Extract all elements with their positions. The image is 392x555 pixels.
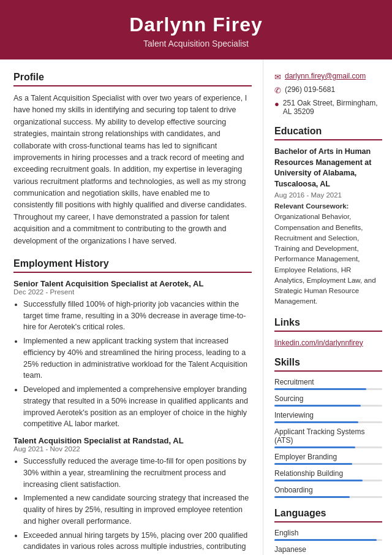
- email-icon: ✉: [274, 72, 281, 82]
- edu-coursework: Relevant Coursework: Organizational Beha…: [274, 201, 382, 307]
- right-column: ✉ darlynn.firey@gmail.com ✆ (296) 019-56…: [263, 59, 392, 555]
- job-title: Senior Talent Acquisition Specialist at …: [13, 279, 252, 288]
- languages-container: EnglishJapanese: [274, 529, 382, 556]
- lang-bar-fill: [274, 539, 377, 541]
- phone-icon: ✆: [274, 86, 281, 95]
- list-item: Exceeded annual hiring targets by 15%, p…: [23, 530, 252, 555]
- skill-item: Applicant Tracking Systems (ATS): [274, 427, 382, 448]
- coursework-text: Organizational Behavior, Compensation an…: [274, 213, 376, 305]
- languages-heading: Languages: [274, 508, 382, 519]
- skill-bar-bg: [274, 463, 382, 465]
- job-item: Talent Acquisition Specialist at Randsta…: [13, 436, 252, 555]
- location-icon: ●: [274, 99, 279, 109]
- links-heading: Links: [274, 317, 382, 328]
- employment-section: Employment History Senior Talent Acquisi…: [13, 258, 252, 555]
- resume-header: Darlynn Firey Talent Acquisition Special…: [0, 0, 392, 59]
- language-item: English: [274, 529, 382, 541]
- contact-address-item: ● 251 Oak Street, Birmingham, AL 35209: [274, 99, 382, 116]
- job-bullets: Successfully filled 100% of high-priorit…: [13, 299, 252, 430]
- language-item: Japanese: [274, 545, 382, 556]
- skill-label: Applicant Tracking Systems (ATS): [274, 427, 382, 445]
- list-item: Implemented a new applicant tracking sys…: [23, 335, 252, 381]
- lang-label: Japanese: [274, 545, 382, 554]
- skill-label: Recruitment: [274, 378, 382, 386]
- profile-divider: [13, 85, 252, 86]
- skill-bar-fill: [274, 463, 352, 465]
- list-item: Developed and implemented a comprehensiv…: [23, 384, 252, 430]
- links-container: linkedin.com/in/darlynnfirey: [274, 338, 382, 347]
- left-column: Profile As a Talent Acquisition Speciali…: [0, 59, 263, 555]
- skill-label: Employer Branding: [274, 453, 382, 461]
- job-item: Senior Talent Acquisition Specialist at …: [13, 279, 252, 430]
- skill-bar-fill: [274, 388, 366, 390]
- phone-text: (296) 019-5681: [285, 85, 335, 94]
- job-date: Aug 2021 - Nov 2022: [13, 445, 252, 453]
- skill-bar-fill: [274, 496, 350, 498]
- links-section: Links linkedin.com/in/darlynnfirey: [274, 317, 382, 347]
- candidate-name: Darlynn Firey: [12, 13, 380, 36]
- skill-label: Onboarding: [274, 486, 382, 494]
- lang-label: English: [274, 529, 382, 537]
- skills-section: Skills RecruitmentSourcingInterviewingAp…: [274, 357, 382, 498]
- job-bullets: Successfully reduced the average time-to…: [13, 456, 252, 555]
- address-text: 251 Oak Street, Birmingham, AL 35209: [283, 99, 382, 116]
- jobs-container: Senior Talent Acquisition Specialist at …: [13, 279, 252, 555]
- skill-bar-fill: [274, 446, 355, 448]
- skill-item: Onboarding: [274, 486, 382, 498]
- profile-text: As a Talent Acquisition Specialist with …: [13, 93, 252, 247]
- languages-section: Languages EnglishJapanese: [274, 508, 382, 556]
- candidate-title: Talent Acquisition Specialist: [12, 39, 380, 48]
- edu-degree: Bachelor of Arts in Human Resources Mana…: [274, 147, 382, 189]
- education-heading: Education: [274, 126, 382, 137]
- body-wrap: Profile As a Talent Acquisition Speciali…: [0, 59, 392, 555]
- skill-bar-bg: [274, 480, 382, 481]
- skill-bar-bg: [274, 405, 382, 407]
- lang-bar-bg: [274, 539, 382, 541]
- skill-item: Employer Branding: [274, 453, 382, 465]
- list-item: Successfully filled 100% of high-priorit…: [23, 299, 252, 333]
- job-title: Talent Acquisition Specialist at Randsta…: [13, 436, 252, 445]
- list-item: Implemented a new candidate sourcing str…: [23, 492, 252, 527]
- skills-heading: Skills: [274, 357, 382, 368]
- skill-bar-fill: [274, 480, 363, 481]
- job-date: Dec 2022 - Present: [13, 288, 252, 296]
- skill-bar-fill: [274, 405, 361, 407]
- list-item: Successfully reduced the average time-to…: [23, 456, 252, 490]
- employment-divider: [13, 272, 252, 273]
- skill-label: Sourcing: [274, 394, 382, 403]
- contact-email-item: ✉ darlynn.firey@gmail.com: [274, 72, 382, 82]
- skill-bar-bg: [274, 446, 382, 448]
- employment-heading: Employment History: [13, 258, 252, 269]
- profile-section: Profile As a Talent Acquisition Speciali…: [13, 72, 252, 247]
- coursework-label: Relevant Coursework:: [274, 202, 349, 210]
- edu-date: Aug 2016 - May 2021: [274, 191, 382, 199]
- skill-bar-bg: [274, 496, 382, 498]
- languages-divider: [274, 521, 382, 522]
- skills-divider: [274, 370, 382, 372]
- skill-item: Recruitment: [274, 378, 382, 390]
- link-item[interactable]: linkedin.com/in/darlynnfirey: [274, 339, 363, 347]
- skill-bar-bg: [274, 421, 382, 423]
- profile-heading: Profile: [13, 72, 252, 83]
- contact-section: ✉ darlynn.firey@gmail.com ✆ (296) 019-56…: [274, 72, 382, 116]
- education-section: Education Bachelor of Arts in Human Reso…: [274, 126, 382, 307]
- skills-container: RecruitmentSourcingInterviewingApplicant…: [274, 378, 382, 498]
- skill-label: Relationship Building: [274, 469, 382, 478]
- skill-item: Sourcing: [274, 394, 382, 407]
- skill-item: Interviewing: [274, 411, 382, 423]
- contact-phone-item: ✆ (296) 019-5681: [274, 85, 382, 95]
- email-link[interactable]: darlynn.firey@gmail.com: [285, 72, 366, 80]
- education-divider: [274, 139, 382, 140]
- links-divider: [274, 331, 382, 332]
- skill-bar-bg: [274, 388, 382, 390]
- skill-label: Interviewing: [274, 411, 382, 419]
- skill-item: Relationship Building: [274, 469, 382, 481]
- skill-bar-fill: [274, 421, 358, 423]
